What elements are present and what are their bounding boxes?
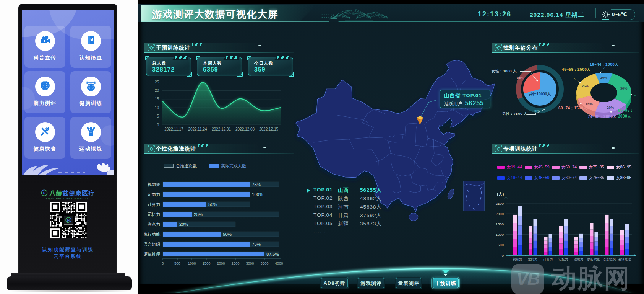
svg-text:2500: 2500	[496, 201, 504, 206]
crosshair-icon	[495, 44, 503, 52]
panel-minimize-dash[interactable]	[612, 45, 615, 46]
top-row-3[interactable]: TOP.03河南45638人	[307, 204, 398, 212]
province-top-list: TOP.01山西56255人 TOP.02陕西48362人 TOP.03河南45…	[307, 187, 398, 234]
kiosk-app-grid: 科普宣传 认知筛查 脑力测评 健脑训练	[24, 26, 111, 168]
svg-text:定向力: 定向力	[148, 192, 160, 197]
kiosk-caption-2: 云平台系统	[22, 253, 114, 260]
top-row-2[interactable]: TOP.02陕西48362人	[307, 195, 398, 204]
panel-minimize-dash[interactable]	[258, 45, 261, 46]
brain-training-icon	[85, 80, 97, 93]
stat-label: 总人数	[152, 60, 167, 66]
nav-scale-button[interactable]: 量表测评	[396, 278, 421, 288]
dashboard-screen: 游戏测评大数据可视化大屏 12:13:26 2022.06.14 星期二	[138, 4, 644, 284]
special-legend-item[interactable]: 女60~74	[552, 174, 577, 178]
panel-minimize-dash[interactable]	[263, 147, 266, 148]
tile-label: 运动锻炼	[79, 145, 102, 152]
age-label-45-59: 45~59：2500人	[562, 67, 591, 72]
watermark: VB 动脉网	[511, 261, 641, 294]
nav-intervention-button[interactable]: 干预训练	[433, 278, 459, 288]
special-legend-item[interactable]: 女75~85	[579, 163, 604, 167]
tile-kepu[interactable]: 科普宣传	[24, 26, 65, 68]
top-row-4[interactable]: TOP.04甘肃37592人	[307, 212, 398, 220]
tile-label: 认知筛查	[79, 54, 102, 61]
tile-renzhi[interactable]: 认知筛查	[70, 26, 111, 68]
brand-name-en: Eight-Hertz HealthMedical	[22, 197, 114, 200]
tile-label: 健脑训练	[79, 100, 102, 107]
svg-text:30%: 30%	[517, 76, 524, 80]
svg-text:2022.11.24: 2022.11.24	[188, 127, 207, 131]
svg-text:50%: 50%	[208, 202, 217, 207]
panel-header-slashes	[539, 43, 551, 46]
video-camera-icon	[39, 34, 51, 47]
clipboard-icon	[85, 34, 97, 47]
svg-text:20%: 20%	[607, 105, 614, 109]
special-legend-item[interactable]: 女19~44	[497, 174, 522, 178]
special-legend-item[interactable]: 女75~85	[579, 174, 604, 178]
crosshair-icon	[147, 44, 156, 52]
panel-push-header: 个性化推送统计	[144, 144, 294, 155]
svg-text:30%: 30%	[620, 86, 628, 90]
svg-text:H: H	[43, 191, 46, 195]
special-legend-item[interactable]: 女60~74	[552, 163, 577, 167]
panel-minimize-dash[interactable]	[612, 147, 615, 149]
legend-swatch-done	[209, 164, 219, 168]
push-legend: 总推送次数 实际完成人数	[164, 163, 246, 169]
weather-underline	[602, 19, 609, 20]
kiosk-lower-panel: H 八赫兹健康医疗 Eight-Hertz HealthMedical 认知功能…	[22, 175, 114, 269]
special-legend-item[interactable]: 女19~44	[497, 163, 522, 167]
svg-text:20%: 20%	[179, 222, 188, 227]
svg-text:15: 15	[155, 97, 159, 101]
watermark-text: 动脉网	[551, 261, 630, 294]
crosshair-icon	[147, 145, 156, 153]
card-corner	[247, 56, 251, 60]
age-label-85-95-line1: 85~95：	[618, 108, 634, 113]
svg-text:500: 500	[498, 243, 504, 247]
svg-text:10%: 10%	[600, 75, 608, 80]
kiosk-screen: 科普宣传 认知筛查 脑力测评 健脑训练	[22, 10, 114, 175]
svg-text:10: 10	[155, 106, 159, 110]
stat-label: 今日人数	[254, 60, 273, 66]
top-row-1[interactable]: TOP.01山西56255人	[307, 187, 398, 195]
age-label-19-44: 19~44：1000人	[590, 62, 619, 67]
watermark-logo-icon: VB	[511, 264, 544, 294]
svg-text:2000: 2000	[496, 212, 504, 216]
special-legend-item[interactable]: 女86~95	[607, 174, 631, 178]
panel-title: 干预训练统计	[156, 44, 190, 51]
panel-intervention-header: 干预训练统计	[144, 43, 294, 54]
card-corner	[196, 56, 200, 60]
tile-naoli[interactable]: 脑力测评	[24, 71, 65, 113]
screen-bottom-dashes	[58, 172, 85, 173]
tile-label: 健康饮食	[34, 145, 57, 152]
weather-temperature: 0~5℃	[612, 11, 627, 17]
legend-swatch-total	[164, 164, 174, 168]
top-list-more[interactable]: ······	[313, 230, 405, 235]
tooltip-value-row: 活跃用户 56255	[444, 100, 484, 107]
top-row-5[interactable]: TOP.05新疆35873人	[307, 220, 398, 229]
stat-card-week: 本周人数 6359	[197, 57, 242, 76]
svg-text:逻辑推理: 逻辑推理	[144, 252, 160, 256]
special-legend-item[interactable]: 女45~59	[525, 174, 550, 178]
panel-title: 个性化推送统计	[156, 145, 196, 152]
female-label: 女性：3000 人	[492, 69, 517, 74]
female-callout-dash	[520, 71, 531, 72]
svg-text:25%: 25%	[582, 84, 589, 88]
svg-text:语言组织: 语言组织	[144, 242, 160, 247]
svg-text:87.5%: 87.5%	[266, 252, 279, 256]
svg-text:2022.12.01: 2022.12.01	[212, 127, 231, 131]
svg-text:1500: 1500	[496, 222, 504, 226]
tile-jiannao[interactable]: 健脑训练	[70, 71, 111, 113]
stage: 科普宣传 认知筛查 脑力测评 健脑训练	[0, 0, 644, 294]
svg-text:共计10000人: 共计10000人	[529, 92, 551, 96]
nav-ad8-button[interactable]: AD8初筛	[321, 278, 348, 288]
special-legend-item[interactable]: 女45~59	[525, 163, 550, 167]
svg-text:2022.12.15: 2022.12.15	[259, 127, 278, 131]
svg-text:视知觉: 视知觉	[148, 182, 160, 187]
active-nav-arrow-icon	[441, 270, 450, 276]
leaf-decoration	[22, 152, 114, 175]
male-label: 男性：7500 人	[502, 111, 527, 116]
svg-text:75%: 75%	[252, 182, 261, 187]
nav-game-button[interactable]: 游戏测评	[358, 278, 384, 288]
svg-text:注意力: 注意力	[147, 222, 160, 227]
kiosk-caption-1: 认知功能筛查与训练	[22, 246, 114, 253]
special-legend-item[interactable]: 女86~95	[607, 163, 631, 167]
